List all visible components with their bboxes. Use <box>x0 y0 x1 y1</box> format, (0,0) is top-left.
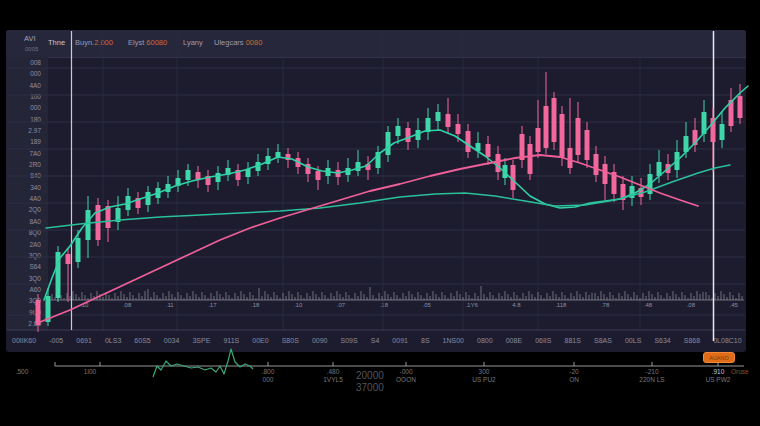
timeline-label-bottom: US PW2 <box>706 376 731 383</box>
cruise-label: Oruse <box>731 368 749 375</box>
timeline-range-value: 2000037000 <box>356 370 384 394</box>
timeline-label-top: 1l00 <box>84 368 96 375</box>
timeline-label-top: .480 <box>327 368 340 375</box>
timeline-range-strip[interactable] <box>0 0 760 426</box>
timeline-label-bottom: OOON <box>396 376 416 383</box>
timeline-label-bottom: 1VYL5 <box>323 376 343 383</box>
mini-sparkline <box>153 349 253 377</box>
timeline-label-bottom: 220N LS <box>639 376 664 383</box>
timeline-label-top: 300 <box>479 368 490 375</box>
timeline-label-bottom: US PU2 <box>472 376 495 383</box>
timeline-label-top: .800 <box>262 368 275 375</box>
timeline-label-bottom: 000 <box>263 376 274 383</box>
timeline-label-top: .910 <box>712 368 725 375</box>
timeline-label-bottom: ON <box>569 376 579 383</box>
timeline-label-top: -000 <box>399 368 412 375</box>
auto-scroll-button[interactable]: AUANO <box>703 352 735 363</box>
timeline-label-top: .500 <box>16 368 29 375</box>
trading-app-window: AVI 0005 Thne Buyn.2.000 Elyst 60080 Lya… <box>0 0 760 426</box>
timeline-label-top: -20 <box>569 368 578 375</box>
timeline-label-top: -210 <box>645 368 658 375</box>
